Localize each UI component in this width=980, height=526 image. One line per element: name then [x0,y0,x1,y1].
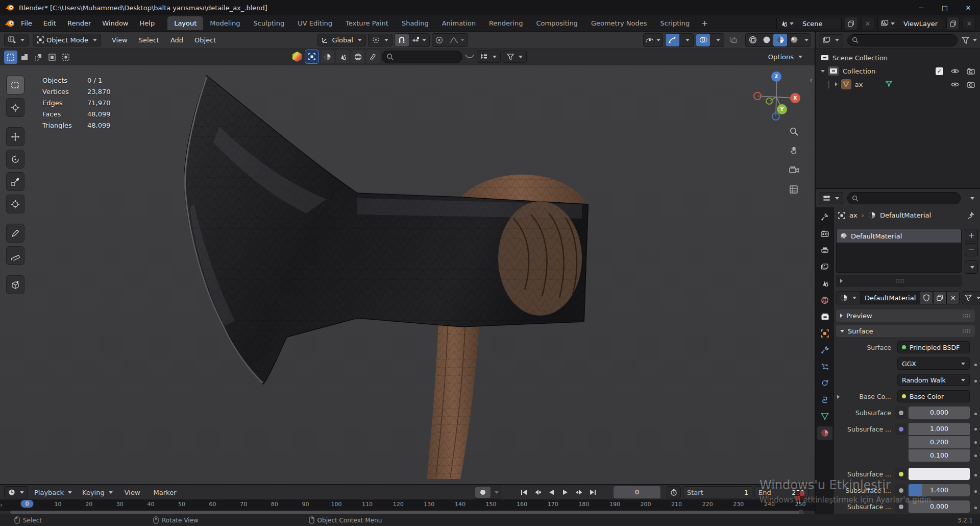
zoom-view-button[interactable] [786,124,801,139]
material-name-field[interactable]: DefaultMaterial [861,291,920,304]
timeline-marker-menu[interactable]: Marker [148,486,182,499]
tool-rotate[interactable] [6,150,24,169]
add-viewlayer-button[interactable] [946,17,960,30]
blender-menu-logo-icon[interactable] [4,19,15,28]
new-scene-button[interactable] [845,17,858,30]
tab-uv-editing[interactable]: UV Editing [291,16,339,30]
blenderkit-materials-tab[interactable] [321,50,334,63]
show-overlays-toggle[interactable] [696,34,710,46]
scene-icon[interactable] [777,17,797,30]
menu-object[interactable]: Object [190,34,220,46]
overlays-options-chevron[interactable] [710,34,724,46]
ruler-tick[interactable]: 80 [271,501,278,508]
shading-solid-button[interactable] [760,34,773,46]
shading-options-chevron[interactable] [801,34,810,46]
editor-type-button[interactable] [4,34,29,46]
tool-options-dropdown[interactable]: Options [768,53,811,61]
tool-annotate[interactable] [6,224,24,243]
subsurface-ior-slider[interactable]: 1.400 [909,484,970,496]
select-mode-intersect[interactable] [59,51,72,64]
gizmos-options-chevron[interactable] [679,34,693,46]
tab-animation[interactable]: Animation [435,16,482,30]
ruler-tick[interactable]: 20 [85,501,92,508]
subsurface-value-field[interactable]: 0.000 [909,407,970,419]
material-slot-footer[interactable] [836,275,962,287]
current-frame-indicator[interactable]: 0 [21,500,34,508]
ruler-tick[interactable]: 120 [393,501,404,508]
subsurface-color-socket[interactable] [895,468,906,480]
properties-editor-type-button[interactable] [819,192,843,204]
ruler-tick[interactable]: 40 [147,501,154,508]
frame-start-field[interactable]: Start 1 [683,486,752,498]
tab-object[interactable] [817,327,832,340]
use-preview-range-button[interactable] [667,486,681,498]
timeline-expand-arrow[interactable]: › [0,501,3,509]
mode-selector[interactable]: Object Mode [33,34,101,46]
timeline-ruler[interactable]: 0102030405060708090100110120130140150160… [0,499,815,511]
menu-file[interactable]: File [15,17,38,30]
camera-view-button[interactable] [786,162,801,178]
tool-cursor[interactable] [6,98,24,117]
auto-key-record-button[interactable] [475,487,491,498]
blenderkit-search-input[interactable] [382,51,462,63]
pan-view-button[interactable] [786,143,801,158]
blenderkit-brushes-tab[interactable] [366,50,380,63]
blenderkit-collapse-icon[interactable] [464,54,475,60]
ruler-tick[interactable]: 190 [609,501,620,508]
tab-scene[interactable] [817,277,832,290]
tool-add-cube[interactable] [6,275,24,294]
ruler-tick[interactable]: 60 [209,501,216,508]
outliner-search-input[interactable] [847,34,958,46]
proportional-falloff-selector[interactable] [446,34,468,46]
viewport-3d[interactable]: Objects0 / 1 Vertices23,870 Edges71,970 … [0,65,815,484]
ruler-tick[interactable]: 140 [455,501,465,508]
geometry-nodes-modifier-icon[interactable] [885,80,893,88]
blenderkit-sort-selector[interactable] [477,51,501,63]
disable-render-camera-icon[interactable] [967,68,975,75]
surface-shader-button[interactable]: Principled BSDF [897,341,970,353]
tab-tool[interactable] [817,210,832,224]
outliner-row-scene-collection[interactable]: Scene Collection [816,51,980,64]
scene-selector[interactable]: Scene [776,17,842,30]
viewlayer-selector[interactable]: ViewLayer [877,17,943,30]
hide-eye-icon[interactable] [950,81,960,88]
proportional-editing-toggle[interactable] [432,34,446,46]
unlink-material-button[interactable]: ✕ [946,291,960,304]
transform-orientation-selector[interactable]: Global [317,34,365,46]
outliner-row-collection[interactable]: Collection ✓ [816,64,980,78]
outliner-filter-button[interactable] [962,37,977,44]
tool-move[interactable] [6,127,24,146]
gizmo-axis-x-neg[interactable] [753,92,762,100]
breadcrumb-object[interactable]: ax [849,211,857,219]
properties-options-chevron[interactable] [965,192,978,205]
add-workspace-button[interactable]: + [696,17,713,30]
shading-wireframe-button[interactable] [746,34,760,46]
menu-select[interactable]: Select [134,34,164,46]
tab-scripting[interactable]: Scripting [654,16,697,30]
viewlayer-name[interactable]: ViewLayer [898,20,943,28]
shading-rendered-button[interactable] [787,34,801,46]
tab-compositing[interactable]: Compositing [529,16,584,30]
tab-collection[interactable] [817,310,832,323]
visibility-dropdown[interactable] [643,33,663,47]
blenderkit-models-tab[interactable] [305,50,318,63]
tab-sculpting[interactable]: Sculpting [247,16,291,30]
material-nodes-filter-button[interactable] [962,291,980,304]
jump-to-start-button[interactable] [518,486,530,498]
blenderkit-logo-icon[interactable] [291,51,303,63]
ruler-tick[interactable]: 130 [424,501,434,508]
ruler-tick[interactable]: 70 [240,501,247,508]
tab-geometry-nodes[interactable]: Geometry Nodes [584,16,654,30]
ruler-tick[interactable]: 10 [55,501,62,508]
previous-keyframe-button[interactable] [531,486,544,498]
select-mode-invert[interactable] [45,51,59,64]
snap-target-selector[interactable] [409,34,429,46]
subsurface-color-swatch[interactable] [909,468,970,480]
outliner-row-object-ax[interactable]: │ ax [816,78,980,91]
ruler-tick[interactable]: 220 [702,501,713,508]
radius-y-field[interactable]: 0.200 [909,436,970,448]
hide-eye-icon[interactable] [950,68,960,75]
ruler-tick[interactable]: 110 [362,501,373,508]
copy-material-button[interactable] [933,291,946,304]
sidebar-collapse-arrow[interactable]: ‹ [810,76,813,85]
